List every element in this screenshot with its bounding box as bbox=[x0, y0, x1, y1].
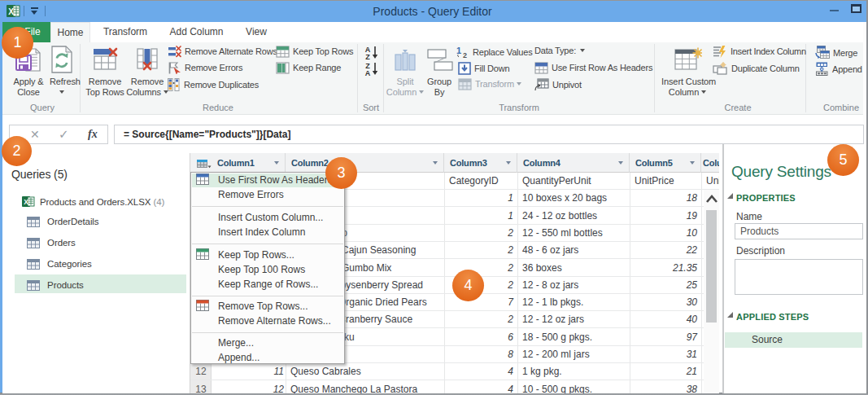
svg-text:Z: Z bbox=[365, 53, 370, 60]
svg-text:X: X bbox=[8, 7, 14, 16]
svg-text:1: 1 bbox=[456, 46, 461, 55]
svg-text:2: 2 bbox=[463, 51, 467, 59]
svg-text:X: X bbox=[24, 198, 28, 206]
svg-text:A: A bbox=[365, 69, 371, 77]
